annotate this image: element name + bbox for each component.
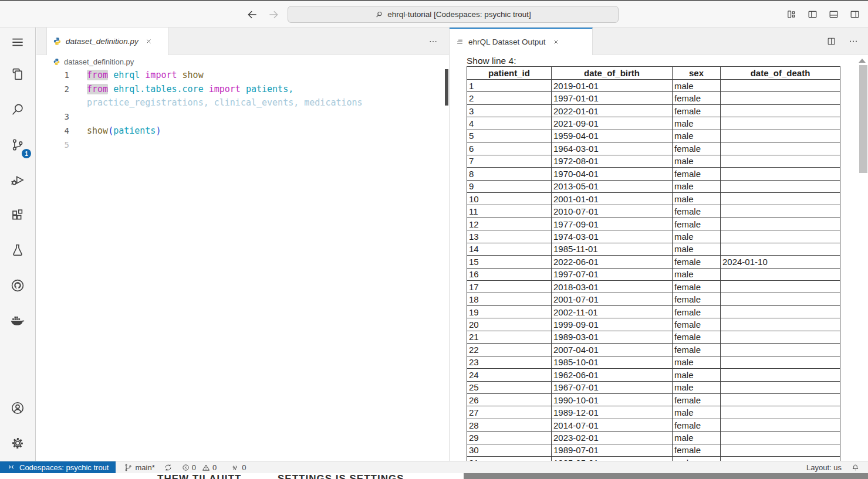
account-icon <box>10 400 25 416</box>
code-line: practice_registrations, clinical_events,… <box>36 96 449 110</box>
branch-indicator[interactable]: main* <box>124 463 154 472</box>
webview-scrollbar[interactable] <box>859 65 867 173</box>
table-cell: 2024-01-10 <box>721 256 840 268</box>
tab-ehrql-dataset-output[interactable]: ehrQL Dataset Output <box>450 28 593 55</box>
activity-bar: 1 <box>0 28 36 461</box>
table-cell: 1977-09-01 <box>552 218 673 230</box>
command-center-search[interactable]: ehrql-tutorial [Codespaces: psychic trou… <box>288 6 619 23</box>
scrollbar-up-arrow[interactable] <box>859 59 866 63</box>
table-cell: 2 <box>467 92 552 104</box>
table-cell: 24 <box>467 369 552 381</box>
forward-arrow-icon[interactable] <box>268 9 279 21</box>
remote-icon <box>7 463 15 471</box>
bell-icon[interactable] <box>851 463 860 472</box>
sync-button[interactable] <box>164 463 173 472</box>
close-icon[interactable] <box>552 38 560 46</box>
remote-indicator[interactable]: Codespaces: psychic trout <box>0 461 116 473</box>
code-line: 2from ehrql.tables.core import patients, <box>36 82 449 96</box>
panel-right-icon[interactable] <box>849 9 860 20</box>
sidebar-item-testing[interactable] <box>0 233 35 268</box>
table-row: 42021-09-01male <box>467 117 840 130</box>
output-editor-group: ehrQL Dataset Output Show line 4: patien… <box>449 28 868 461</box>
table-row: 201999-09-01female <box>467 318 840 331</box>
extensions-icon <box>10 208 25 223</box>
line-number: 2 <box>36 84 69 94</box>
table-row: 61964-03-01female <box>467 142 840 155</box>
table-cell: 2021-09-01 <box>552 117 673 130</box>
table-cell: male <box>673 381 721 393</box>
code-token <box>204 84 209 94</box>
sidebar-item-docker[interactable] <box>0 303 35 338</box>
beaker-icon <box>10 243 25 258</box>
search-icon <box>10 102 25 117</box>
code-editor[interactable]: 1from ehrql import show2from ehrql.table… <box>36 68 449 152</box>
docker-icon <box>9 312 26 329</box>
output-tab-bar: ehrQL Dataset Output <box>450 28 868 55</box>
table-column-header: date_of_death <box>721 67 840 80</box>
menu-button[interactable] <box>0 28 35 57</box>
table-row: 152022-06-01female2024-01-10 <box>467 256 840 268</box>
table-cell: 6 <box>467 142 552 155</box>
table-cell: 2007-04-01 <box>552 344 673 356</box>
more-actions-icon[interactable] <box>428 37 438 46</box>
table-row: 131974-03-01male <box>467 230 840 243</box>
layout-indicator[interactable]: Layout: us <box>806 463 842 472</box>
problems-indicator[interactable]: 0 0 <box>181 463 217 472</box>
table-row: 311985-05-01male <box>467 457 840 461</box>
table-cell: male <box>673 80 721 92</box>
table-cell: 23 <box>467 356 552 368</box>
table-cell: 2023-02-01 <box>552 432 673 444</box>
table-column-header: date_of_birth <box>552 67 673 80</box>
table-cell: 5 <box>467 130 552 142</box>
sidebar-item-search[interactable] <box>0 92 35 127</box>
table-cell: 31 <box>467 457 552 461</box>
sidebar-item-explorer[interactable] <box>0 57 35 92</box>
code-token <box>241 84 246 94</box>
status-bar: Codespaces: psychic trout main* 0 <box>0 461 868 473</box>
sidebar-item-extensions[interactable] <box>0 198 35 233</box>
more-actions-icon[interactable] <box>848 36 859 46</box>
error-icon <box>181 463 190 472</box>
back-arrow-icon[interactable] <box>246 9 258 21</box>
sidebar-item-source-control[interactable]: 1 <box>0 127 35 162</box>
table-row: 182001-07-01female <box>467 293 840 305</box>
tab-dataset-definition[interactable]: dataset_definition.py <box>46 28 168 55</box>
table-row: 172018-03-01female <box>467 281 840 293</box>
table-cell: female <box>673 344 721 356</box>
table-cell <box>721 318 840 331</box>
code-line: 3 <box>36 110 449 124</box>
sidebar-item-github[interactable] <box>0 268 35 303</box>
customize-layout-icon[interactable] <box>786 9 797 20</box>
remote-label: Codespaces: psychic trout <box>19 463 109 472</box>
tab-label: ehrQL Dataset Output <box>468 38 546 46</box>
table-cell: 2001-07-01 <box>552 293 673 305</box>
table-row: 121977-09-01female <box>467 218 840 230</box>
ports-indicator[interactable]: 0 <box>230 463 246 472</box>
table-cell: female <box>673 318 721 331</box>
sidebar-item-account[interactable] <box>0 390 35 426</box>
table-cell: 7 <box>467 155 552 167</box>
close-icon[interactable] <box>145 38 153 45</box>
editor-scrollbar[interactable] <box>445 69 448 106</box>
table-cell: 19 <box>467 305 552 318</box>
table-row: 211989-03-01female <box>467 331 840 343</box>
table-cell <box>721 92 840 104</box>
breadcrumb[interactable]: dataset_definition.py <box>36 55 449 68</box>
table-cell: 1959-04-01 <box>552 130 673 142</box>
error-count: 0 <box>192 463 196 472</box>
radio-tower-icon <box>230 463 239 472</box>
table-cell: 2013-05-01 <box>552 180 673 192</box>
table-cell: female <box>673 104 721 117</box>
table-row: 71972-08-01male <box>467 155 840 167</box>
table-cell: 11 <box>467 205 552 218</box>
split-editor-icon[interactable] <box>826 36 836 46</box>
sidebar-item-settings[interactable] <box>0 426 35 461</box>
panel-bottom-icon[interactable] <box>828 9 839 20</box>
ports-count: 0 <box>242 463 246 472</box>
sidebar-item-run-debug[interactable] <box>0 162 35 198</box>
panel-left-icon[interactable] <box>807 9 818 20</box>
table-row: 32022-01-01female <box>467 104 840 117</box>
breadcrumb-label: dataset_definition.py <box>64 57 134 66</box>
table-cell <box>721 393 840 406</box>
table-cell <box>721 406 840 419</box>
